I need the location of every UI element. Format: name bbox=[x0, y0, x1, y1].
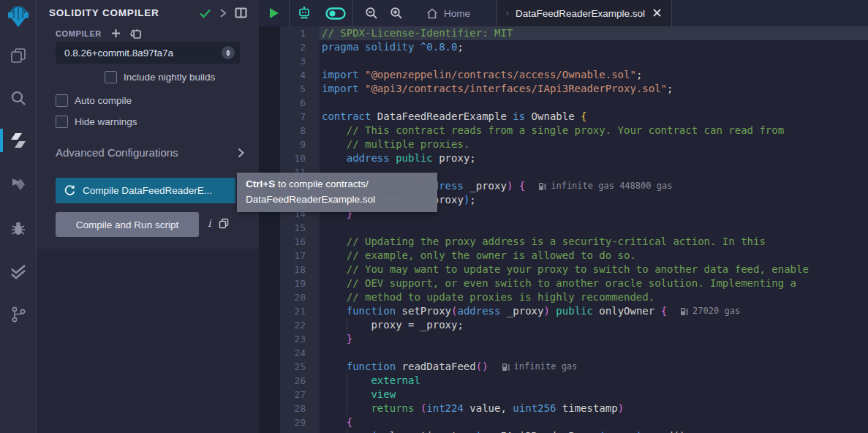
breakpoint-margin[interactable] bbox=[259, 151, 280, 165]
home-tab[interactable]: Home bbox=[416, 0, 480, 26]
breakpoint-margin[interactable] bbox=[259, 82, 280, 96]
breakpoint-margin[interactable] bbox=[259, 40, 280, 54]
advanced-configurations-toggle[interactable]: Advanced Configurations bbox=[56, 146, 244, 159]
code-row: 21 function setProxy(address _proxy) pub… bbox=[259, 304, 868, 318]
code-line: // example, only the owner is allowed to… bbox=[320, 249, 868, 263]
breakpoint-margin[interactable] bbox=[259, 360, 280, 374]
code-line bbox=[320, 96, 868, 110]
line-number[interactable]: 16 bbox=[280, 235, 320, 249]
ai-copilot-toggle[interactable] bbox=[319, 0, 352, 26]
hide-warnings-label: Hide warnings bbox=[75, 116, 137, 127]
breakpoint-margin[interactable] bbox=[259, 388, 280, 402]
copy-icon[interactable] bbox=[219, 218, 229, 229]
line-number[interactable]: 24 bbox=[280, 346, 320, 360]
sidebar-item-deploy-run[interactable] bbox=[0, 168, 37, 200]
line-number[interactable]: 25 bbox=[280, 360, 320, 374]
line-number[interactable]: 29 bbox=[280, 415, 320, 429]
info-icon[interactable]: i bbox=[208, 217, 211, 229]
line-number[interactable]: 17 bbox=[280, 249, 320, 263]
breakpoint-margin[interactable] bbox=[259, 276, 280, 290]
sidebar-item-file-explorer[interactable] bbox=[0, 39, 37, 72]
line-number[interactable]: 28 bbox=[280, 402, 320, 415]
breakpoint-margin[interactable] bbox=[259, 221, 280, 235]
zoom-in-button[interactable] bbox=[384, 0, 409, 26]
ai-assistant-button[interactable] bbox=[290, 0, 319, 26]
line-number[interactable]: 15 bbox=[280, 221, 320, 235]
compiler-version-value: 0.8.26+commit.8a97fa7a bbox=[64, 48, 173, 59]
code-line: // multiple proxies. bbox=[320, 138, 868, 151]
remix-logo[interactable] bbox=[0, 0, 37, 35]
tab-datafeedreaderexample[interactable]: DataFeedReaderExample.sol bbox=[497, 0, 672, 26]
compiler-version-select[interactable]: 0.8.26+commit.8a97fa7a bbox=[56, 42, 240, 64]
line-number[interactable]: 5 bbox=[280, 82, 320, 96]
tab-close-icon[interactable] bbox=[652, 7, 663, 20]
code-line: contract DataFeedReaderExample is Ownabl… bbox=[320, 110, 868, 124]
line-number[interactable]: 21 bbox=[280, 304, 320, 318]
line-number[interactable]: 6 bbox=[280, 96, 320, 110]
sidebar-item-solidity-compiler[interactable] bbox=[0, 124, 37, 157]
line-number[interactable]: 3 bbox=[280, 54, 320, 68]
split-view-icon[interactable] bbox=[235, 7, 247, 18]
breakpoint-margin[interactable] bbox=[259, 415, 280, 429]
breakpoint-margin[interactable] bbox=[259, 263, 280, 276]
breakpoint-margin[interactable] bbox=[259, 290, 280, 304]
line-number[interactable]: 7 bbox=[280, 110, 320, 124]
sidebar-item-debugger[interactable] bbox=[0, 212, 37, 244]
line-number[interactable]: 9 bbox=[280, 138, 320, 151]
breakpoint-margin[interactable] bbox=[259, 235, 280, 249]
line-number[interactable]: 23 bbox=[280, 332, 320, 346]
breakpoint-margin[interactable] bbox=[259, 249, 280, 263]
line-number[interactable]: 18 bbox=[280, 263, 320, 276]
line-number[interactable]: 8 bbox=[280, 124, 320, 138]
zoom-out-button[interactable] bbox=[359, 0, 384, 26]
sidebar-item-git[interactable] bbox=[0, 298, 37, 331]
line-number[interactable]: 26 bbox=[280, 374, 320, 388]
breakpoint-margin[interactable] bbox=[259, 68, 280, 82]
run-script-button[interactable] bbox=[259, 0, 289, 26]
compile-and-run-button[interactable]: Compile and Run script bbox=[56, 212, 199, 237]
code-line: address public proxy; bbox=[320, 151, 868, 165]
breakpoint-margin[interactable] bbox=[259, 26, 280, 40]
code-line: // This contract reads from a single pro… bbox=[320, 124, 868, 138]
code-row: 29 { bbox=[259, 415, 868, 429]
auto-compile-checkbox[interactable] bbox=[56, 94, 68, 107]
breakpoint-margin[interactable] bbox=[259, 332, 280, 346]
breakpoint-margin[interactable] bbox=[259, 346, 280, 360]
hide-warnings-checkbox[interactable] bbox=[56, 116, 68, 128]
code-line: // You may want to update your proxy to … bbox=[320, 263, 868, 276]
breakpoint-margin[interactable] bbox=[259, 318, 280, 332]
code-editor[interactable]: 1// SPDX-License-Identifier: MIT2pragma … bbox=[259, 26, 868, 433]
line-number[interactable]: 2 bbox=[280, 40, 320, 54]
compile-button[interactable]: Compile DataFeedReaderE... bbox=[56, 178, 235, 203]
code-row: 23 } bbox=[259, 332, 868, 346]
auto-compile-label: Auto compile bbox=[75, 95, 132, 106]
home-label: Home bbox=[444, 8, 470, 19]
breakpoint-margin[interactable] bbox=[259, 374, 280, 388]
compile-and-run-label: Compile and Run script bbox=[76, 219, 178, 230]
nightly-builds-checkbox[interactable] bbox=[105, 71, 117, 83]
sidebar-item-unit-testing[interactable] bbox=[0, 256, 37, 288]
breakpoint-margin[interactable] bbox=[259, 304, 280, 318]
code-row: 16 // Updating the proxy address is a se… bbox=[259, 235, 868, 249]
line-number[interactable]: 19 bbox=[280, 276, 320, 290]
breakpoint-margin[interactable] bbox=[259, 402, 280, 415]
sidebar-item-search[interactable] bbox=[0, 82, 37, 114]
line-number[interactable]: 4 bbox=[280, 68, 320, 82]
reload-compiler-icon[interactable] bbox=[130, 28, 142, 39]
breakpoint-margin[interactable] bbox=[259, 138, 280, 151]
line-number[interactable]: 20 bbox=[280, 290, 320, 304]
add-compiler-icon[interactable] bbox=[111, 29, 121, 38]
chevron-right-icon[interactable] bbox=[219, 8, 227, 18]
run-icon bbox=[268, 7, 279, 19]
breakpoint-margin[interactable] bbox=[259, 124, 280, 138]
breakpoint-margin[interactable] bbox=[259, 54, 280, 68]
breakpoint-margin[interactable] bbox=[259, 110, 280, 124]
breakpoint-margin[interactable] bbox=[259, 96, 280, 110]
line-number[interactable]: 27 bbox=[280, 388, 320, 402]
line-number[interactable]: 1 bbox=[280, 26, 320, 40]
gas-icon bbox=[538, 181, 546, 191]
line-number[interactable]: 22 bbox=[280, 318, 320, 332]
line-number[interactable]: 30 bbox=[280, 429, 320, 433]
breakpoint-margin[interactable] bbox=[259, 429, 280, 433]
line-number[interactable]: 10 bbox=[280, 151, 320, 165]
